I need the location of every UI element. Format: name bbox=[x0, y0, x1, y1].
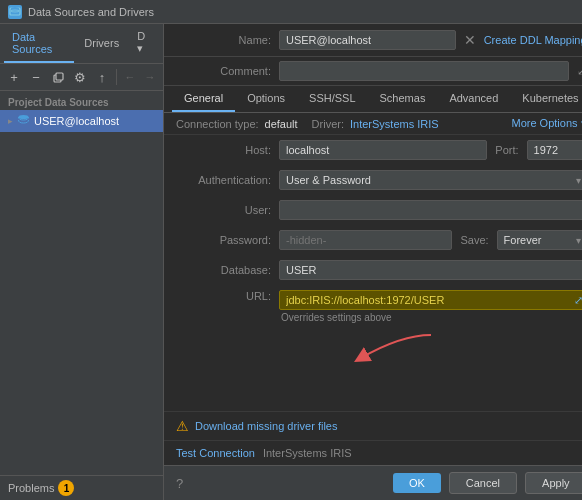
settings-button[interactable]: ⚙ bbox=[70, 67, 90, 87]
download-row: ⚠ Download missing driver files bbox=[164, 411, 582, 440]
tab-schemas[interactable]: Schemas bbox=[368, 86, 438, 112]
warning-icon: ⚠ bbox=[176, 418, 189, 434]
datasource-label: USER@localhost bbox=[34, 115, 119, 127]
name-label: Name: bbox=[176, 34, 271, 46]
expand-arrow-icon: ▸ bbox=[8, 116, 13, 126]
main-layout: Data Sources Drivers D ▾ + − ⚙ ↑ ← → Pro… bbox=[0, 24, 582, 500]
more-options-label: More Options ▾ bbox=[512, 117, 583, 130]
app-icon bbox=[8, 5, 22, 19]
host-label: Host: bbox=[176, 144, 271, 156]
tab-data-sources[interactable]: Data Sources bbox=[4, 25, 74, 63]
save-select-wrapper: Forever Until restart Never bbox=[497, 230, 582, 250]
title-bar: Data Sources and Drivers bbox=[0, 0, 582, 24]
sidebar: Data Sources Drivers D ▾ + − ⚙ ↑ ← → Pro… bbox=[0, 24, 164, 500]
cancel-button[interactable]: Cancel bbox=[449, 472, 517, 494]
svg-rect-4 bbox=[56, 73, 63, 80]
more-options-button[interactable]: More Options ▾ bbox=[512, 117, 583, 130]
port-input[interactable] bbox=[527, 140, 582, 160]
name-row: Name: ✕ Create DDL Mapping bbox=[164, 24, 582, 57]
connection-type-label: Connection type: bbox=[176, 118, 259, 130]
database-input[interactable] bbox=[279, 260, 582, 280]
password-input[interactable] bbox=[279, 230, 452, 250]
copy-button[interactable] bbox=[48, 67, 68, 87]
test-connection-button[interactable]: Test Connection bbox=[176, 447, 255, 459]
name-input[interactable] bbox=[279, 30, 456, 50]
tab-ssh-ssl[interactable]: SSH/SSL bbox=[297, 86, 367, 112]
project-data-sources-label: Project Data Sources bbox=[0, 91, 163, 110]
apply-button[interactable]: Apply bbox=[525, 472, 582, 494]
sidebar-item-user-localhost[interactable]: ▸ USER@localhost bbox=[0, 110, 163, 132]
host-input[interactable] bbox=[279, 140, 487, 160]
download-link[interactable]: Download missing driver files bbox=[195, 420, 337, 432]
connection-type-bar: Connection type: default Driver: InterSy… bbox=[164, 113, 582, 135]
comment-row: Comment: ⤢ bbox=[164, 57, 582, 86]
expand-comment-button[interactable]: ⤢ bbox=[577, 64, 582, 78]
db-icon bbox=[17, 113, 30, 129]
user-input[interactable] bbox=[279, 200, 582, 220]
tab-options[interactable]: Options bbox=[235, 86, 297, 112]
test-connection-row: Test Connection InterSystems IRIS bbox=[164, 440, 582, 465]
connection-type-value: default bbox=[265, 118, 298, 130]
svg-point-2 bbox=[11, 10, 19, 12]
problems-section[interactable]: Problems 1 bbox=[0, 475, 163, 500]
create-ddl-link[interactable]: Create DDL Mapping bbox=[484, 34, 582, 46]
comment-label: Comment: bbox=[176, 65, 271, 77]
driver-value-link[interactable]: InterSystems IRIS bbox=[350, 118, 439, 130]
password-label: Password: bbox=[176, 234, 271, 246]
url-expand-button[interactable]: ⤢ bbox=[574, 294, 582, 307]
svg-point-5 bbox=[19, 115, 29, 119]
url-input[interactable] bbox=[279, 290, 582, 310]
bottom-buttons: ? OK Cancel Apply bbox=[164, 465, 582, 500]
host-port-row: Host: Port: bbox=[164, 135, 582, 165]
auth-row: Authentication: User & Password No auth … bbox=[164, 165, 582, 195]
comment-input[interactable] bbox=[279, 61, 569, 81]
tab-kubernetes[interactable]: Kubernetes bbox=[510, 86, 582, 112]
window-title: Data Sources and Drivers bbox=[28, 6, 154, 18]
tabs-bar: General Options SSH/SSL Schemas Advanced… bbox=[164, 86, 582, 113]
tab-general[interactable]: General bbox=[172, 86, 235, 112]
clear-button[interactable]: ✕ bbox=[464, 32, 476, 48]
svg-point-1 bbox=[11, 7, 19, 10]
database-row: Database: bbox=[164, 255, 582, 285]
help-button[interactable]: ? bbox=[176, 476, 183, 491]
tab-extra[interactable]: D ▾ bbox=[129, 24, 159, 63]
user-row: User: bbox=[164, 195, 582, 225]
database-label: Database: bbox=[176, 264, 271, 276]
remove-button[interactable]: − bbox=[26, 67, 46, 87]
tab-drivers[interactable]: Drivers bbox=[76, 31, 127, 57]
url-input-wrap: ⤢ bbox=[279, 290, 582, 310]
url-hint: Overrides settings above bbox=[279, 312, 582, 323]
back-button[interactable]: ← bbox=[121, 68, 139, 86]
arrow-container bbox=[164, 328, 582, 363]
tab-advanced[interactable]: Advanced bbox=[437, 86, 510, 112]
problems-badge: 1 bbox=[58, 480, 74, 496]
test-connection-driver-label: InterSystems IRIS bbox=[263, 447, 352, 459]
save-select[interactable]: Forever Until restart Never bbox=[497, 230, 582, 250]
driver-prefix-label: Driver: bbox=[312, 118, 344, 130]
password-row: Password: Save: Forever Until restart Ne… bbox=[164, 225, 582, 255]
user-label: User: bbox=[176, 204, 271, 216]
export-button[interactable]: ↑ bbox=[92, 67, 112, 87]
url-label: URL: bbox=[176, 290, 271, 302]
save-label: Save: bbox=[460, 234, 488, 246]
forward-button[interactable]: → bbox=[141, 68, 159, 86]
sidebar-tabs: Data Sources Drivers D ▾ bbox=[0, 24, 163, 64]
toolbar-separator bbox=[116, 69, 117, 85]
add-button[interactable]: + bbox=[4, 67, 24, 87]
sidebar-toolbar: + − ⚙ ↑ ← → bbox=[0, 64, 163, 91]
auth-select[interactable]: User & Password No auth LDAP bbox=[279, 170, 582, 190]
port-label: Port: bbox=[495, 144, 518, 156]
ok-button[interactable]: OK bbox=[393, 473, 441, 493]
url-row: URL: ⤢ Overrides settings above bbox=[164, 285, 582, 328]
problems-label: Problems bbox=[8, 482, 54, 494]
url-container: ⤢ Overrides settings above bbox=[279, 290, 582, 323]
arrow-svg bbox=[301, 330, 461, 365]
auth-label: Authentication: bbox=[176, 174, 271, 186]
right-panel: Name: ✕ Create DDL Mapping Comment: ⤢ Ge… bbox=[164, 24, 582, 500]
auth-select-wrapper: User & Password No auth LDAP bbox=[279, 170, 582, 190]
